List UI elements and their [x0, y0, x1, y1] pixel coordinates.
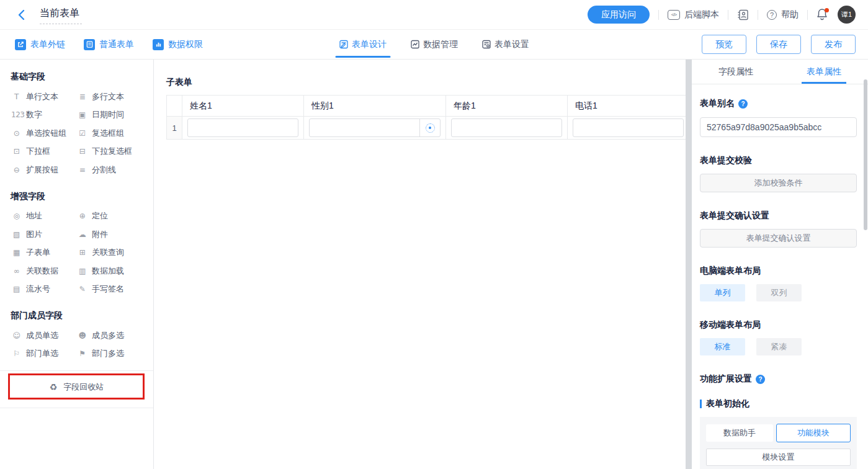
field-item-label: 流水号	[26, 284, 50, 295]
form-init-label: 表单初始化	[706, 398, 749, 409]
section-title-enhanced-fields: 增强字段	[11, 191, 153, 202]
field-recycle-bin-button[interactable]: ♻ 字段回收站	[0, 375, 153, 399]
department-multi-icon: ⚑	[77, 349, 87, 358]
mobile-layout-compact-button[interactable]: 紧凑	[756, 338, 802, 355]
page-title[interactable]: 当前表单	[40, 6, 82, 24]
address-book-button[interactable]	[737, 9, 749, 20]
data-load-icon: ▥	[77, 267, 87, 275]
field-item[interactable]: ⊡ 下拉框	[11, 143, 77, 161]
form-external-link-button[interactable]: 表单外链	[15, 39, 65, 50]
field-item[interactable]: ▥ 数据加载	[77, 262, 150, 280]
tab-form-properties[interactable]: 表单属性	[780, 60, 868, 84]
tab-data-manage[interactable]: 数据管理	[410, 39, 458, 50]
member-fields-grid: ☺ 成员单选 ☻ 成员多选 ⚐ 部门单选 ⚑ 部门多选	[0, 326, 153, 363]
field-item[interactable]: ⊕ 定位	[77, 207, 150, 226]
form-alias-label: 表单别名	[700, 98, 735, 109]
add-validation-button[interactable]: 添加校验条件	[700, 174, 857, 192]
field-item-label: 多行文本	[92, 91, 124, 102]
radio-group-icon: ⊙	[11, 129, 22, 138]
attachment-icon: ☁	[77, 230, 87, 239]
field-item[interactable]: 123 数字	[11, 106, 77, 125]
user-avatar[interactable]: 谭1	[838, 6, 856, 24]
publish-button[interactable]: 发布	[811, 35, 856, 54]
form-canvas: 子表单 姓名1 性别1 年龄1 电话1 1	[154, 60, 686, 469]
save-button[interactable]: 保存	[756, 35, 801, 54]
pc-layout-single-button[interactable]: 单列	[700, 284, 745, 302]
back-button[interactable]	[15, 9, 27, 21]
column-header-gender: 性别1	[304, 96, 446, 117]
gender-radio-trigger[interactable]	[419, 119, 440, 136]
field-item[interactable]: ☻ 成员多选	[77, 326, 150, 345]
subform-table[interactable]: 姓名1 性别1 年龄1 电话1 1	[166, 95, 689, 140]
field-item[interactable]: ☺ 成员单选	[11, 326, 77, 345]
app-access-button[interactable]: 应用访问	[588, 6, 650, 24]
name-input[interactable]	[188, 119, 298, 136]
field-item[interactable]: T 单行文本	[11, 87, 77, 106]
form-alias-input[interactable]	[700, 117, 857, 137]
row-number-cell: 1	[167, 117, 182, 140]
field-item-label: 单行文本	[26, 91, 58, 102]
section-title-member-fields: 部门成员字段	[11, 310, 153, 321]
data-permission-button[interactable]: 数据权限	[153, 39, 203, 50]
field-item[interactable]: ⊞ 关联查询	[77, 244, 150, 262]
multi-line-text-icon: ≣	[77, 92, 87, 101]
panel-gap	[686, 60, 692, 469]
normal-form-icon	[84, 39, 95, 50]
tab-field-properties[interactable]: 字段属性	[692, 60, 780, 84]
field-item[interactable]: ⚑ 部门多选	[77, 345, 150, 364]
field-item[interactable]: ▤ 流水号	[11, 280, 77, 299]
select-icon: ⊡	[11, 147, 22, 156]
question-icon: ?	[767, 10, 777, 20]
form-alias-help-icon[interactable]: ?	[738, 99, 748, 109]
module-settings-button[interactable]: 模块设置	[706, 449, 851, 466]
gender-input[interactable]	[310, 119, 419, 136]
field-item[interactable]: ⊙ 单选按钮组	[11, 124, 77, 143]
checkbox-group-icon: ☑	[77, 129, 87, 138]
column-header-phone: 电话1	[568, 96, 689, 117]
panel-scrollbar[interactable]	[864, 79, 867, 230]
field-item[interactable]: ≣ 多行文本	[77, 87, 150, 106]
feature-extension-help-icon[interactable]: ?	[756, 375, 765, 384]
tab-form-settings[interactable]: 表单设置	[481, 39, 529, 50]
form-toolbar: 表单外链 普通表单 数据权限 表单设计 数据管理 表单设置	[0, 30, 868, 60]
field-item[interactable]: ∞ 关联数据	[11, 262, 77, 280]
field-item[interactable]: ≡ 分割线	[77, 161, 150, 179]
field-item[interactable]: ☑ 复选框组	[77, 124, 150, 143]
pc-layout-double-button[interactable]: 双列	[756, 284, 802, 302]
form-settings-icon	[481, 40, 491, 49]
age-input[interactable]	[452, 119, 562, 136]
field-item[interactable]: ⊟ 下拉复选框	[77, 143, 150, 161]
form-init-box: 数据助手 功能模块 模块设置	[700, 417, 857, 469]
location-icon: ⊕	[77, 212, 87, 220]
backend-script-button[interactable]: </> 后端脚本	[668, 9, 719, 20]
field-item-label: 成员多选	[92, 330, 124, 341]
field-library-sidebar: 基础字段 T 单行文本 ≣ 多行文本 123 数字 ▣ 日期时间 ⊙ 单选按钮组…	[0, 60, 154, 469]
preview-button[interactable]: 预览	[702, 35, 746, 54]
field-item-label: 扩展按钮	[26, 164, 58, 176]
phone-input[interactable]	[573, 119, 683, 136]
properties-panel: 字段属性 表单属性 表单别名 ? 表单提交校验 添加校验条件 表单提交确认设置 …	[692, 60, 868, 469]
field-item[interactable]: ☁ 附件	[77, 225, 150, 244]
function-module-button[interactable]: 功能模块	[776, 424, 851, 442]
field-item[interactable]: ▣ 日期时间	[77, 106, 150, 125]
submit-confirm-button[interactable]: 表单提交确认设置	[700, 229, 857, 248]
subform-header-row: 姓名1 性别1 年龄1 电话1	[167, 96, 689, 117]
field-item-label: 子表单	[26, 247, 50, 258]
normal-form-button[interactable]: 普通表单	[84, 39, 134, 50]
mobile-layout-standard-button[interactable]: 标准	[700, 338, 745, 355]
field-item-label: 复选框组	[92, 128, 124, 139]
submit-confirm-label: 表单提交确认设置	[700, 210, 857, 221]
code-icon: </>	[668, 10, 680, 20]
field-item[interactable]: ⚐ 部门单选	[11, 345, 77, 364]
notification-bell[interactable]	[817, 8, 829, 22]
field-item[interactable]: ▧ 图片	[11, 225, 77, 244]
subform-title: 子表单	[166, 77, 686, 88]
field-item[interactable]: ⊖ 扩展按钮	[11, 161, 77, 179]
form-external-link-icon	[15, 39, 26, 50]
field-item[interactable]: ◎ 地址	[11, 207, 77, 226]
field-item[interactable]: ▦ 子表单	[11, 244, 77, 262]
data-helper-button[interactable]: 数据助手	[706, 424, 773, 442]
field-item[interactable]: ✎ 手写签名	[77, 280, 150, 299]
help-button[interactable]: ? 帮助	[767, 9, 799, 20]
tab-form-design[interactable]: 表单设计	[339, 39, 387, 50]
